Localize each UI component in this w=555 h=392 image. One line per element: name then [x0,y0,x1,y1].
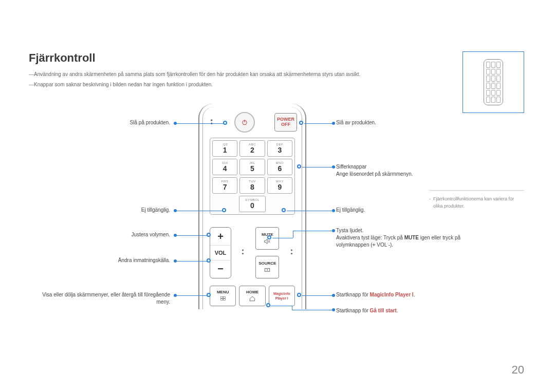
menu-button: MENU [210,286,236,306]
number-keypad: .QZ1 ABC2 DEF3 GHI4 JKL5 MNO6 PRS7 TUV8 … [210,138,295,215]
key-8: TUV8 [239,177,265,194]
label-na-left: Ej tillgänglig. [29,207,170,214]
svg-rect-5 [220,297,223,298]
remote-body: •• POWER OFF .QZ1 ABC2 DEF3 GHI4 JKL5 [198,104,306,309]
svg-rect-7 [220,299,223,301]
source-button: SOURCE [255,256,279,278]
key-2: ABC2 [239,140,265,157]
side-note: Fjärrkontrollfunktionerna kan variera fö… [429,190,524,210]
key-9: WXY9 [267,177,292,194]
page-number: 20 [512,363,524,377]
key-6: MNO6 [267,159,292,175]
mini-remote-icon [484,59,503,105]
source-icon [264,267,271,274]
key-0: SYMBOL0 [239,196,266,212]
power-icon [241,119,248,126]
svg-rect-8 [223,299,225,301]
label-power-on: Slå på produkten. [29,119,170,126]
magicinfo-button: MagicInfo Player I [269,286,295,306]
note-1: Användning av andra skärmenheten på samm… [29,71,524,78]
label-menu: Visa eller dölja skärmmenyer, eller åter… [29,291,170,306]
side-illustration [462,51,524,113]
note-2: Knappar som saknar beskrivning i bilden … [29,81,524,88]
label-digits: Sifferknappar Ange lösenordet på skärmme… [336,163,490,178]
key-1: .QZ1 [212,140,237,157]
power-on-button [234,112,255,133]
label-power-off: Slå av produkten. [336,119,490,126]
home-button: HOME [239,286,265,306]
key-4: GHI4 [212,159,237,175]
remote-diagram: •• POWER OFF .QZ1 ABC2 DEF3 GHI4 JKL5 [29,104,524,320]
label-mute: Tysta ljudet. Avaktivera tyst läge: Tryc… [336,227,470,249]
label-volume: Justera volymen. [29,231,170,238]
page-title: Fjärrkontroll [29,51,524,65]
label-magicinfo: Startknapp för MagicInfo Player I. [336,291,490,298]
key-3: DEF3 [267,140,292,157]
ir-dots: •• [208,119,215,125]
svg-rect-6 [223,297,225,298]
key-5: JKL5 [239,159,265,175]
label-source: Ändra inmatningskälla. [29,257,170,264]
power-off-button: POWER OFF [274,113,297,132]
menu-icon [219,295,227,302]
home-icon [249,295,256,302]
label-home: Startknapp för Gå till start. [336,307,490,314]
key-7: PRS7 [212,177,237,194]
volume-rocker: + VOL − [210,227,231,278]
